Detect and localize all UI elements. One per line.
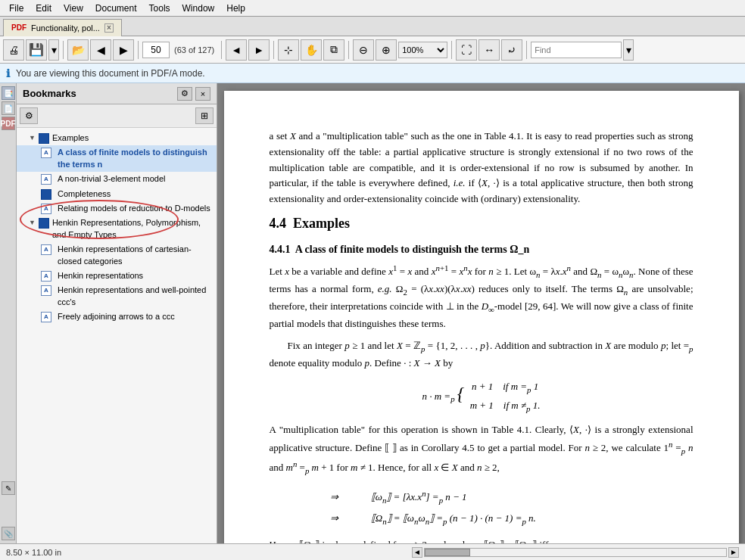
fit-width-button[interactable]: ↔ bbox=[478, 39, 500, 61]
sidebar: Bookmarks ⚙ × ⚙ ⊞ ▼ Examples A bbox=[17, 83, 217, 543]
find-dropdown[interactable]: ▾ bbox=[623, 39, 634, 61]
sidebar-icon-1[interactable]: ⚙ bbox=[20, 107, 38, 124]
bookmark-henkin-well[interactable]: A Henkin representations and well-pointe… bbox=[17, 283, 217, 310]
page-of-label: (63 of 127) bbox=[171, 45, 217, 54]
sidebar-header: Bookmarks ⚙ × bbox=[17, 83, 217, 104]
save-dropdown[interactable]: ▾ bbox=[48, 39, 59, 61]
bookmark-freely-adj[interactable]: A Freely adjoining arrows to a ccc bbox=[17, 310, 217, 324]
pdf-math-2: ⇒ ⟦ωn⟧ = [λx.xn] =p n − 1 ⇒ ⟦Ωn⟧ = ⟦ωnωn… bbox=[270, 485, 694, 530]
bookmark-examples-label: Examples bbox=[52, 132, 89, 144]
toolbar-sep-3 bbox=[221, 41, 222, 59]
save-button[interactable]: 💾 bbox=[26, 39, 47, 61]
fit-page-button[interactable]: ⛶ bbox=[456, 39, 477, 61]
bookmarks-panel-button[interactable]: 📑 bbox=[2, 86, 15, 100]
freely-adj-icon: A bbox=[41, 312, 51, 322]
class-finite-page-icon: A bbox=[41, 148, 51, 158]
scroll-right-button[interactable]: ► bbox=[728, 547, 739, 558]
page-size-label: 8.50 × 11.00 in bbox=[6, 548, 61, 557]
tab-label: Functionality, pol... bbox=[31, 23, 100, 33]
non-trivial-page-icon: A bbox=[41, 174, 51, 185]
henkin-cart-icon: A bbox=[41, 244, 51, 255]
pdf-page: a set X and a "multiplication table" suc… bbox=[224, 91, 739, 543]
tab-pdf-icon: PDF bbox=[11, 23, 26, 32]
bookmark-henkin-well-label: Henkin representations and well-pointed … bbox=[58, 285, 214, 308]
examples-arrow-icon: ▼ bbox=[29, 134, 36, 143]
bookmarks-tree: ▼ Examples A A class of finite models to… bbox=[17, 128, 217, 543]
pdf-para-1: Let x be a variable and define x1 = x an… bbox=[270, 262, 694, 332]
completeness-section-icon bbox=[41, 189, 51, 200]
toolbar: 🖨 💾 ▾ 📂 ◀ ▶ (63 of 127) ◄ ► ⊹ ✋ ⧉ ⊖ ⊕ 10… bbox=[0, 36, 745, 64]
bookmark-completeness[interactable]: Completeness bbox=[17, 187, 217, 201]
menu-document[interactable]: Document bbox=[89, 2, 143, 15]
info-icon: ℹ bbox=[6, 67, 10, 79]
horizontal-scrollbar[interactable] bbox=[424, 548, 727, 557]
scroll-left-button[interactable]: ◄ bbox=[412, 547, 422, 558]
next-page-button[interactable]: ► bbox=[248, 39, 270, 61]
attachments-button[interactable]: PDF bbox=[2, 117, 15, 130]
annotation-button[interactable]: ✎ bbox=[2, 481, 15, 495]
menu-edit[interactable]: Edit bbox=[30, 2, 58, 15]
bookmark-class-finite-label: A class of finite models to distinguish … bbox=[58, 147, 214, 170]
prev-page-button[interactable]: ◄ bbox=[226, 39, 247, 61]
pdf-para-3: A "multiplication table" for this operat… bbox=[270, 422, 694, 478]
henkin-well-icon: A bbox=[41, 285, 51, 296]
toolbar-sep-1 bbox=[63, 41, 64, 59]
pdf-para-4: Hence, ⟦Ωn⟧ is always defined for n ≥ 2,… bbox=[270, 537, 694, 543]
forward-button[interactable]: ▶ bbox=[113, 39, 134, 61]
menu-tools[interactable]: Tools bbox=[143, 2, 176, 15]
menu-file[interactable]: File bbox=[3, 2, 30, 15]
henkin-rep-icon: A bbox=[41, 271, 51, 282]
menubar: File Edit View Document Tools Window Hel… bbox=[0, 0, 745, 17]
toolbar-sep-5 bbox=[348, 41, 349, 59]
sidebar-expand-button[interactable]: ⊞ bbox=[195, 107, 214, 124]
sidebar-icon-row: ⚙ ⊞ bbox=[17, 104, 217, 128]
find-input[interactable] bbox=[531, 42, 622, 58]
bookmark-completeness-label: Completeness bbox=[58, 188, 111, 200]
relating-page-icon: A bbox=[41, 204, 51, 214]
bookmark-henkin-section[interactable]: ▼ Henkin Representations, Polymorphism, … bbox=[17, 216, 217, 242]
bookmark-class-finite[interactable]: A A class of finite models to distinguis… bbox=[17, 145, 217, 172]
left-icon-strip: 📑 📄 PDF ✎ 📎 bbox=[0, 83, 17, 543]
open-button[interactable]: 📂 bbox=[67, 39, 89, 61]
bookmark-henkin-cart-label: Henkin representations of cartesian-clos… bbox=[58, 244, 214, 267]
statusbar: 8.50 × 11.00 in ◄ ► bbox=[0, 543, 745, 560]
select-tool-button[interactable]: ⊹ bbox=[278, 39, 299, 61]
section-heading: 4.4 Examples bbox=[270, 213, 694, 234]
bookmark-examples[interactable]: ▼ Examples bbox=[17, 131, 217, 145]
pages-panel-button[interactable]: 📄 bbox=[2, 101, 15, 115]
zoom-select[interactable]: 100% bbox=[398, 42, 447, 58]
toolbar-sep-6 bbox=[451, 41, 452, 59]
page-number-input[interactable] bbox=[142, 42, 170, 58]
print-button[interactable]: 🖨 bbox=[3, 39, 24, 61]
henkin-arrow-icon: ▼ bbox=[29, 219, 36, 228]
bookmark-relating-label: Relating models of reduction to D-models bbox=[58, 203, 210, 214]
menu-help[interactable]: Help bbox=[220, 2, 251, 15]
sidebar-header-buttons: ⚙ × bbox=[177, 87, 210, 101]
paperclip-button[interactable]: 📎 bbox=[2, 527, 15, 540]
zoom-region-button[interactable]: ⧉ bbox=[323, 39, 344, 61]
rotate-button[interactable]: ⤾ bbox=[501, 39, 522, 61]
bookmark-henkin-cart[interactable]: A Henkin representations of cartesian-cl… bbox=[17, 242, 217, 269]
bookmark-non-trivial[interactable]: A A non-trivial 3-element model bbox=[17, 172, 217, 186]
tabbar: PDF Functionality, pol... × bbox=[0, 17, 745, 36]
tab-close-button[interactable]: × bbox=[104, 23, 114, 33]
main-area: 📑 📄 PDF ✎ 📎 Bookmarks ⚙ × ⚙ ⊞ ▼ bbox=[0, 83, 745, 543]
bookmark-relating-reduction[interactable]: A Relating models of reduction to D-mode… bbox=[17, 201, 217, 216]
menu-view[interactable]: View bbox=[58, 2, 89, 15]
zoom-out-button[interactable]: ⊖ bbox=[353, 39, 374, 61]
menu-window[interactable]: Window bbox=[176, 2, 221, 15]
toolbar-sep-4 bbox=[273, 41, 274, 59]
infobar: ℹ You are viewing this document in PDF/A… bbox=[0, 64, 745, 83]
zoom-in-button[interactable]: ⊕ bbox=[376, 39, 397, 61]
document-tab[interactable]: PDF Functionality, pol... × bbox=[3, 19, 122, 36]
sidebar-settings-button[interactable]: ⚙ bbox=[177, 87, 192, 101]
back-button[interactable]: ◀ bbox=[90, 39, 111, 61]
toolbar-sep-2 bbox=[138, 41, 139, 59]
sidebar-close-button[interactable]: × bbox=[195, 87, 210, 101]
infobar-text: You are viewing this document in PDF/A m… bbox=[16, 68, 205, 79]
bookmark-henkin-label: Henkin Representations, Polymorphism, an… bbox=[52, 217, 214, 241]
pdf-content-area[interactable]: a set X and a "multiplication table" suc… bbox=[217, 83, 745, 543]
bookmark-henkin-rep-label: Henkin representations bbox=[58, 270, 143, 282]
hand-tool-button[interactable]: ✋ bbox=[301, 39, 322, 61]
bookmark-henkin-rep[interactable]: A Henkin representations bbox=[17, 269, 217, 283]
